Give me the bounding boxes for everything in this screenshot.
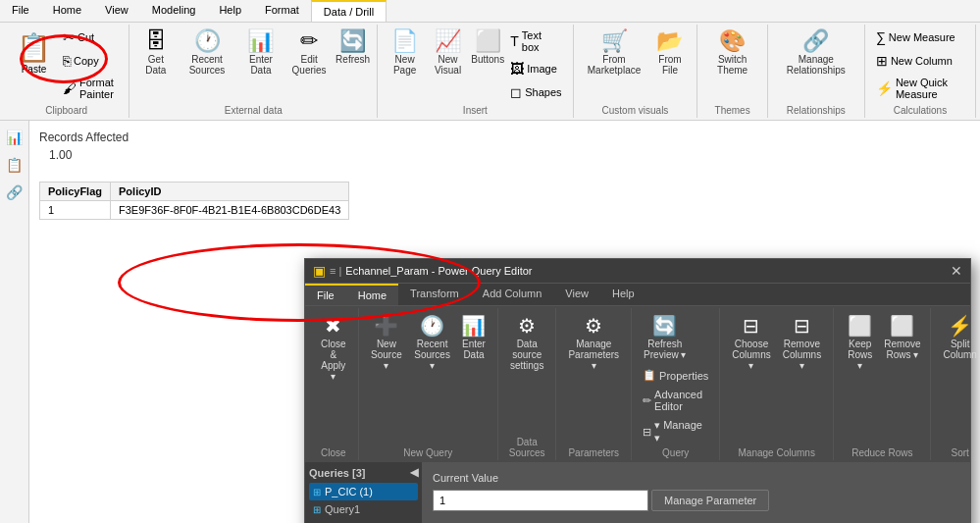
pq-tab-add-column[interactable]: Add Column <box>471 284 554 305</box>
from-file-button[interactable]: 📂 From File <box>649 26 692 79</box>
pq-query-p-cic[interactable]: ⊞ P_CIC (1) <box>309 483 418 500</box>
calculations-group: ∑ New Measure ⊞ New Column ⚡ New Quick M… <box>865 25 976 118</box>
tab-data-drill[interactable]: Data / Drill <box>311 0 387 22</box>
pq-split-column-button[interactable]: ⚡ SplitColumn <box>937 310 980 364</box>
new-visual-button[interactable]: 📈 New Visual <box>426 26 470 79</box>
paste-icon: 📋 <box>17 31 51 64</box>
pq-remove-columns-icon: ⊟ <box>794 314 810 338</box>
pq-advanced-editor-button[interactable]: ✏ Advanced Editor <box>638 386 713 415</box>
tab-view[interactable]: View <box>93 0 140 22</box>
manage-relationships-button[interactable]: 🔗 Manage Relationships <box>774 26 858 79</box>
format-painter-icon: 🖌 <box>63 80 77 96</box>
pq-close-group: ✖ Close &Apply ▾ Close <box>309 308 359 460</box>
sidebar-icon-data[interactable]: 📋 <box>4 154 26 176</box>
table-row: 1 F3E9F36F-8F0F-4B21-B1E4-6B803CD6DE43 <box>40 201 349 220</box>
pq-query-icon-query1: ⊞ <box>313 504 321 515</box>
pq-remove-rows-label: RemoveRows ▾ <box>884 339 920 360</box>
pq-remove-rows-button[interactable]: ⬜ RemoveRows ▾ <box>880 310 924 364</box>
pq-new-source-button[interactable]: ➕ NewSource ▾ <box>365 310 409 375</box>
pq-recent-sources-icon: 🕐 <box>420 314 444 338</box>
sidebar-icon-report[interactable]: 📊 <box>4 127 26 148</box>
pq-split-column-label: SplitColumn <box>943 339 976 360</box>
copy-icon: ⎘ <box>63 53 71 69</box>
pq-tab-help[interactable]: Help <box>600 284 646 305</box>
from-file-label: From File <box>655 54 686 76</box>
clipboard-group-items: 📋 Paste ✂ Cut ⎘ Copy 🖌 Format Painter <box>10 26 123 103</box>
pq-keep-rows-button[interactable]: ⬜ KeepRows ▾ <box>840 310 880 375</box>
sidebar: 📊 📋 🔗 <box>0 121 29 523</box>
relationships-label: Relationships <box>787 103 846 116</box>
pq-query-pol[interactable]: ⊞ pol <box>309 518 418 523</box>
records-affected-value: 1.00 <box>49 148 970 162</box>
themes-group: 🎨 Switch Theme Themes <box>697 25 767 118</box>
shapes-button[interactable]: ◻ Shapes <box>505 81 566 103</box>
tab-home[interactable]: Home <box>41 0 93 22</box>
new-page-button[interactable]: 📄 New Page <box>384 26 426 79</box>
pq-close-apply-button[interactable]: ✖ Close &Apply ▾ <box>315 310 352 386</box>
new-page-label: New Page <box>389 54 420 76</box>
pq-advanced-editor-label: Advanced Editor <box>654 389 708 412</box>
pq-keep-rows-label: KeepRows ▾ <box>846 339 874 371</box>
pq-properties-label: Properties <box>659 370 708 382</box>
from-marketplace-button[interactable]: 🛒 From Marketplace <box>580 26 649 79</box>
pq-manage-parameters-button[interactable]: ⚙ ManageParameters ▾ <box>562 310 625 375</box>
cut-button[interactable]: ✂ Cut <box>58 26 123 48</box>
copy-button[interactable]: ⎘ Copy <box>58 50 123 72</box>
pq-tab-transform[interactable]: Transform <box>398 284 471 305</box>
pq-main-area: Queries [3] ◀ ⊞ P_CIC (1) ⊞ Query1 ⊞ pol <box>305 462 970 523</box>
insert-items: 📄 New Page 📈 New Visual ⬜ Buttons T Text… <box>384 26 566 103</box>
enter-data-label: Enter Data <box>244 54 279 76</box>
col-policy-id: PolicyID <box>111 183 349 201</box>
pq-parameters-items: ⚙ ManageParameters ▾ <box>562 310 625 447</box>
content-area: Records Affected 1.00 PolicyFlag PolicyI… <box>29 121 980 523</box>
pq-properties-icon: 📋 <box>643 369 656 382</box>
image-button[interactable]: 🖼 Image <box>505 58 566 79</box>
sidebar-icon-model[interactable]: 🔗 <box>4 182 26 203</box>
copy-label: Copy <box>74 55 99 67</box>
text-box-button[interactable]: T Text box <box>505 26 566 56</box>
get-data-icon: 🗄 <box>145 30 167 52</box>
pq-close-icon[interactable]: ✕ <box>951 263 962 279</box>
image-icon: 🖼 <box>510 61 524 77</box>
switch-theme-button[interactable]: 🎨 Switch Theme <box>703 26 760 79</box>
pq-recent-sources-button[interactable]: 🕐 RecentSources ▾ <box>408 310 456 375</box>
new-column-button[interactable]: ⊞ New Column <box>871 50 969 72</box>
buttons-button[interactable]: ⬜ Buttons <box>470 26 505 69</box>
pq-enter-data-button[interactable]: 📊 EnterData <box>456 310 491 364</box>
pq-refresh-preview-button[interactable]: 🔄 RefreshPreview ▾ <box>638 310 692 364</box>
theme-icon: 🎨 <box>719 30 746 52</box>
pq-properties-button[interactable]: 📋 Properties <box>638 366 713 385</box>
format-painter-button[interactable]: 🖌 Format Painter <box>58 74 123 103</box>
refresh-button[interactable]: 🔄 Refresh <box>335 26 371 69</box>
pq-tab-view[interactable]: View <box>553 284 600 305</box>
pq-query-label-p-cic: P_CIC (1) <box>325 486 373 497</box>
pq-split-column-icon: ⚡ <box>948 314 972 338</box>
new-measure-label: New Measure <box>889 31 955 43</box>
paste-button[interactable]: 📋 Paste <box>10 26 58 79</box>
pq-tabs: File Home Transform Add Column View Help <box>305 284 970 306</box>
enter-data-button[interactable]: 📊 Enter Data <box>238 26 284 79</box>
new-quick-measure-button[interactable]: ⚡ New Quick Measure <box>871 74 969 103</box>
pq-data-source-settings-button[interactable]: ⚙ Data sourcesettings <box>504 310 549 375</box>
tab-format[interactable]: Format <box>253 0 311 22</box>
pq-reduce-rows-group: ⬜ KeepRows ▾ ⬜ RemoveRows ▾ Reduce Rows <box>834 308 931 460</box>
pq-tab-file[interactable]: File <box>305 284 346 305</box>
current-value-input[interactable] <box>433 490 648 511</box>
tab-modeling[interactable]: Modeling <box>140 0 208 22</box>
switch-theme-label: Switch Theme <box>709 54 754 76</box>
external-data-items: 🗄 Get Data 🕐 Recent Sources 📊 Enter Data… <box>135 26 371 103</box>
manage-parameter-button[interactable]: Manage Parameter <box>651 490 769 511</box>
pq-manage-button[interactable]: ⊟ ▾ Manage ▾ <box>638 416 713 447</box>
recent-sources-button[interactable]: 🕐 Recent Sources <box>176 26 237 79</box>
pq-tab-home[interactable]: Home <box>346 284 398 305</box>
pq-choose-columns-button[interactable]: ⊟ ChooseColumns ▾ <box>726 310 776 375</box>
new-measure-button[interactable]: ∑ New Measure <box>871 26 969 48</box>
pq-new-source-icon: ➕ <box>374 314 398 338</box>
pq-query-query1[interactable]: ⊞ Query1 <box>309 500 418 518</box>
get-data-button[interactable]: 🗄 Get Data <box>135 26 176 79</box>
pq-remove-columns-button[interactable]: ⊟ RemoveColumns ▾ <box>777 310 827 375</box>
tab-help[interactable]: Help <box>207 0 253 22</box>
tab-file[interactable]: File <box>0 0 41 22</box>
pq-queries-collapse-icon[interactable]: ◀ <box>410 466 418 479</box>
edit-queries-button[interactable]: ✏ Edit Queries <box>284 26 335 79</box>
